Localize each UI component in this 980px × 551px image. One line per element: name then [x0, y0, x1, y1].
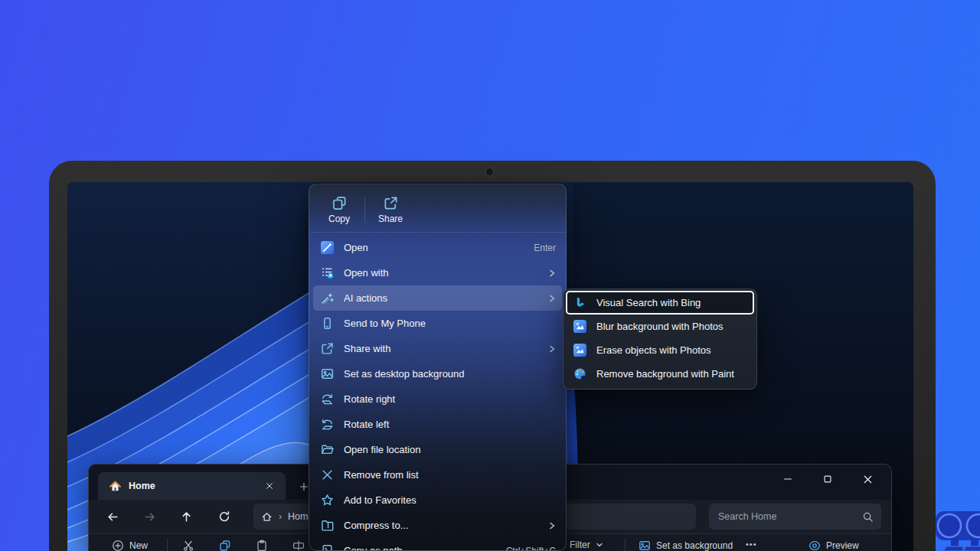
shortcut-label: Ctrl+Shift+C [506, 546, 556, 551]
menu-item-rotate-left[interactable]: Rotate left [309, 412, 566, 437]
copy-button[interactable] [219, 540, 231, 551]
arrow-up-icon [180, 510, 193, 523]
menu-item-label: Copy as path [344, 545, 496, 551]
menu-item-send-to-my-phone[interactable]: Send to My Phone [309, 311, 566, 336]
menu-item-label: AI actions [344, 292, 538, 304]
menu-item-add-to-favorites[interactable]: Add to Favorites [309, 487, 566, 513]
new-button[interactable]: New [112, 540, 148, 551]
close-button[interactable] [856, 469, 879, 489]
submenu-item-blur-background-with-photos[interactable]: Blur background with Photos [566, 315, 754, 338]
home-icon [261, 511, 273, 523]
context-menu: Copy Share Open Enter Open with AI actio… [309, 184, 567, 551]
ai-sparkle-icon [321, 292, 334, 305]
chevron-right-icon [548, 295, 556, 302]
menu-item-label: Set as desktop background [344, 368, 556, 380]
watermark-logo [931, 499, 980, 551]
search-box[interactable] [709, 504, 881, 530]
divider [167, 539, 168, 551]
rename-icon [292, 540, 305, 551]
menu-item-compress-to[interactable]: Compress to... [309, 513, 566, 538]
copy-icon [332, 196, 347, 210]
bing-icon [573, 296, 586, 309]
menu-item-rotate-right[interactable]: Rotate right [309, 386, 566, 412]
photos-app-icon [573, 320, 586, 333]
zip-folder-icon [321, 519, 334, 532]
menu-item-open[interactable]: Open Enter [309, 235, 566, 260]
phone-icon [321, 317, 334, 330]
close-icon [265, 481, 274, 491]
up-button[interactable] [173, 504, 199, 529]
chevron-down-icon [596, 541, 603, 549]
search-icon [862, 511, 874, 523]
set-background-label: Set as background [656, 540, 733, 551]
search-input[interactable] [718, 511, 862, 522]
submenu-item-label: Blur background with Photos [596, 321, 723, 332]
preview-icon [808, 540, 821, 551]
share-button[interactable]: Share [368, 190, 413, 230]
filter-button[interactable]: Filter [570, 540, 603, 550]
menu-item-remove-from-list[interactable]: Remove from list [309, 462, 566, 487]
submenu-item-visual-search-with-bing[interactable]: Visual Search with Bing [566, 291, 754, 315]
minimize-button[interactable] [776, 469, 799, 489]
set-as-background-button[interactable]: Set as background [639, 540, 733, 551]
forward-button[interactable] [136, 504, 162, 529]
menu-item-label: Add to Favorites [344, 494, 556, 506]
more-options-button[interactable]: ••• [746, 540, 757, 549]
arrow-left-icon [106, 510, 119, 523]
photos-app-icon [321, 241, 334, 254]
home-tab-icon [109, 480, 122, 493]
preview-button[interactable]: Preview [808, 540, 859, 551]
rotate-left-icon [321, 418, 334, 431]
shortcut-label: Enter [534, 243, 556, 253]
chevron-right-icon [548, 522, 556, 530]
menu-item-label: Open [344, 242, 524, 253]
submenu-item-remove-background-with-paint[interactable]: Remove background with Paint [566, 362, 754, 386]
share-icon [321, 342, 334, 355]
rotate-right-icon [321, 393, 334, 406]
tab-label: Home [129, 481, 254, 491]
rename-button[interactable] [292, 540, 305, 551]
tab-close-button[interactable] [261, 478, 278, 494]
submenu-item-label: Remove background with Paint [596, 368, 734, 380]
menu-item-label: Send to My Phone [344, 318, 556, 329]
menu-item-share-with[interactable]: Share with [309, 336, 566, 361]
paste-icon [256, 540, 268, 551]
copy-button[interactable]: Copy [317, 190, 361, 230]
menu-item-ai-actions[interactable]: AI actions [313, 285, 562, 311]
arrow-right-icon [143, 510, 156, 523]
copy-icon [219, 540, 231, 551]
back-button[interactable] [100, 504, 126, 529]
menu-item-label: Share with [344, 343, 538, 354]
maximize-icon [822, 474, 833, 484]
paste-button[interactable] [256, 540, 268, 551]
share-icon [384, 196, 398, 210]
chevron-right-icon [548, 345, 556, 353]
menu-item-open-with[interactable]: Open with [309, 260, 566, 285]
paint-app-icon [573, 367, 586, 380]
menu-item-open-file-location[interactable]: Open file location [309, 437, 566, 462]
close-icon [862, 474, 874, 485]
cut-icon [182, 540, 194, 551]
filter-label: Filter [570, 540, 590, 550]
maximize-button[interactable] [816, 469, 839, 489]
star-icon [321, 494, 334, 507]
menu-item-copy-as-path[interactable]: Copy as path Ctrl+Shift+C [309, 538, 566, 551]
plus-icon [299, 481, 309, 492]
menu-item-label: Open with [344, 267, 538, 279]
tab-home[interactable]: Home [98, 472, 286, 500]
open-with-icon [321, 266, 334, 279]
menu-item-set-as-desktop-background[interactable]: Set as desktop background [309, 361, 566, 386]
preview-label: Preview [826, 540, 859, 551]
set-background-icon [639, 540, 651, 551]
refresh-icon [218, 510, 230, 523]
menu-item-label: Open file location [344, 444, 556, 455]
divider [625, 539, 626, 551]
remove-x-icon [321, 468, 334, 481]
cut-button[interactable] [182, 540, 194, 551]
submenu-item-erase-objects-with-photos[interactable]: Erase objects with Photos [566, 338, 754, 362]
new-icon [112, 540, 124, 551]
folder-open-icon [321, 443, 334, 456]
refresh-button[interactable] [211, 504, 237, 529]
ai-actions-submenu: Visual Search with Bing Blur background … [563, 289, 757, 390]
divider [364, 197, 365, 223]
